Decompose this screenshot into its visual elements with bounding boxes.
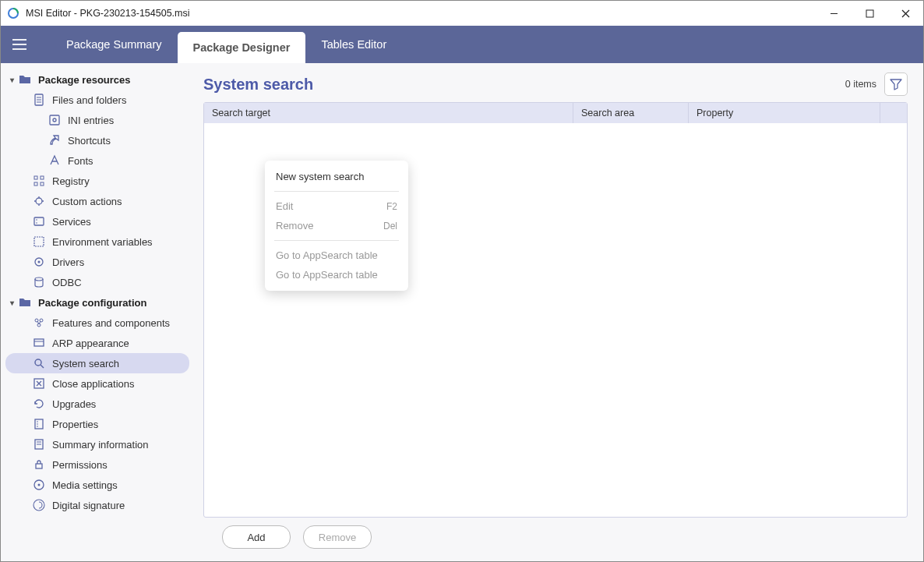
properties-icon [32, 417, 46, 431]
registry-icon [32, 174, 46, 188]
svg-point-34 [37, 421, 38, 422]
titlebar: MSI Editor - PKG-230213-154505.msi [1, 1, 923, 26]
tab-package-designer[interactable]: Package Designer [178, 32, 306, 63]
svg-point-42 [38, 484, 41, 486]
page-title: System search [203, 76, 845, 94]
results-table: Search targetSearch areaProperty New sys… [203, 102, 908, 518]
svg-rect-14 [34, 176, 37, 179]
sidebar-item-registry[interactable]: Registry [5, 171, 189, 191]
remove-button: Remove [303, 525, 372, 549]
menu-item-new-system-search[interactable]: New system search [265, 167, 408, 186]
table-body[interactable]: New system searchEditF2RemoveDelGo to Ap… [204, 123, 907, 517]
permissions-icon [32, 458, 46, 472]
sidebar-item-label: ODBC [52, 277, 82, 288]
action-icon [32, 194, 46, 208]
sidebar-item-label: Registry [52, 175, 90, 187]
summary-icon [32, 437, 46, 451]
tab-tables-editor[interactable]: Tables Editor [305, 26, 402, 63]
sidebar-item-label: Close applications [52, 378, 135, 390]
sidebar-item-ini-entries[interactable]: INI entries [5, 110, 189, 130]
column-header[interactable]: Search target [204, 103, 573, 123]
sidebar-item-services[interactable]: Services [5, 211, 189, 232]
add-button[interactable]: Add [222, 525, 291, 549]
sidebar-item-drivers[interactable]: Drivers [5, 252, 189, 272]
svg-rect-15 [41, 176, 44, 179]
sidebar-item-arp-appearance[interactable]: ARP appearance [5, 333, 189, 353]
sidebar-item-label: Files and folders [52, 94, 126, 106]
svg-rect-18 [34, 217, 44, 225]
signature-icon [32, 498, 46, 512]
svg-point-24 [35, 277, 43, 281]
column-header[interactable]: Search area [573, 103, 689, 123]
ini-icon [48, 113, 62, 127]
svg-point-35 [37, 423, 38, 425]
sidebar-item-label: Summary information [52, 439, 149, 451]
svg-point-20 [36, 222, 37, 224]
main-panel: System search 0 items Search targetSearc… [194, 63, 923, 561]
search-icon [32, 356, 46, 370]
features-icon [32, 316, 46, 330]
sidebar-item-label: Services [52, 216, 91, 228]
ribbon: Package SummaryPackage DesignerTables Ed… [1, 26, 923, 63]
sidebar-item-label: System search [52, 358, 119, 369]
sidebar-item-upgrades[interactable]: Upgrades [5, 394, 189, 414]
svg-rect-40 [36, 464, 42, 468]
sidebar-item-label: Media settings [52, 479, 118, 491]
folder-icon [18, 72, 32, 87]
folder-icon [18, 295, 32, 309]
sidebar-item-environment-variables[interactable]: Environment variables [5, 232, 189, 252]
sidebar-item-label: Features and components [52, 317, 170, 329]
font-icon [48, 154, 62, 168]
tree-group-package-configuration[interactable]: ▾Package configuration [5, 292, 189, 313]
drivers-icon [32, 255, 46, 269]
menu-item-edit: EditF2 [265, 196, 408, 216]
sidebar-item-system-search[interactable]: System search [5, 353, 189, 373]
sidebar-item-files-and-folders[interactable]: Files and folders [5, 90, 189, 110]
column-header[interactable] [880, 103, 899, 123]
sidebar-item-properties[interactable]: Properties [5, 414, 189, 434]
maximize-button[interactable] [852, 1, 887, 26]
menu-button[interactable] [1, 26, 38, 63]
menu-item-go-to-appsearch-table: Go to AppSearch table [265, 265, 408, 285]
close-button[interactable] [887, 1, 923, 26]
sidebar-item-features-and-components[interactable]: Features and components [5, 313, 189, 333]
svg-point-13 [53, 118, 56, 122]
sidebar-item-label: Permissions [52, 459, 108, 471]
sidebar-item-odbc[interactable]: ODBC [5, 272, 189, 292]
sidebar-item-custom-actions[interactable]: Custom actions [5, 191, 189, 211]
item-count: 0 items [845, 79, 876, 90]
tree-group-label: Package resources [38, 74, 131, 86]
sidebar-item-label: Drivers [52, 256, 84, 268]
close-icon [32, 376, 46, 391]
sidebar-item-label: Properties [52, 419, 98, 430]
sidebar-item-fonts[interactable]: Fonts [5, 150, 189, 171]
window-title: MSI Editor - PKG-230213-154505.msi [26, 8, 816, 19]
sidebar-item-digital-signature[interactable]: Digital signature [5, 495, 189, 515]
sidebar-item-label: Upgrades [52, 398, 96, 410]
tab-package-summary[interactable]: Package Summary [51, 26, 178, 63]
svg-rect-12 [50, 115, 59, 125]
menu-separator [274, 191, 399, 192]
sidebar-item-label: Custom actions [52, 196, 122, 207]
tree-group-package-resources[interactable]: ▾Package resources [5, 69, 189, 90]
filter-button[interactable] [884, 72, 908, 96]
sidebar-item-shortcuts[interactable]: Shortcuts [5, 130, 189, 150]
column-header[interactable]: Property [689, 103, 880, 123]
sidebar-item-summary-information[interactable]: Summary information [5, 434, 189, 454]
shortcut-icon [48, 133, 62, 147]
svg-point-19 [36, 219, 37, 221]
minimize-button[interactable] [816, 1, 852, 26]
menu-separator [274, 240, 399, 241]
svg-rect-33 [35, 419, 43, 429]
menu-item-shortcut: Del [383, 221, 397, 232]
svg-point-30 [35, 359, 41, 366]
sidebar-item-close-applications[interactable]: Close applications [5, 373, 189, 394]
svg-rect-28 [34, 339, 44, 346]
media-icon [32, 478, 46, 492]
app-icon [7, 7, 19, 19]
sidebar-item-media-settings[interactable]: Media settings [5, 475, 189, 495]
menu-item-label: Remove [276, 220, 313, 232]
sidebar-item-permissions[interactable]: Permissions [5, 454, 189, 475]
sidebar-item-label: Shortcuts [68, 135, 111, 147]
svg-point-23 [38, 261, 41, 263]
